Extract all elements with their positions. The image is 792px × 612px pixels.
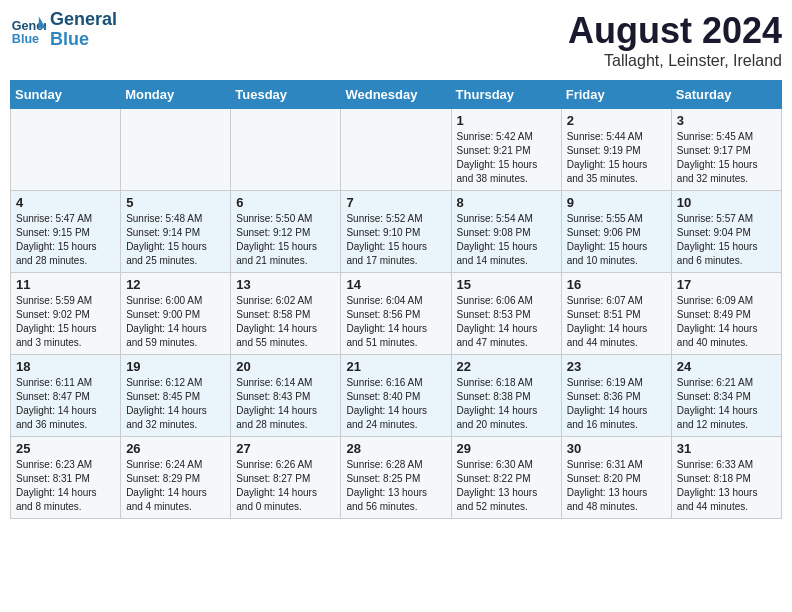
day-content: Sunrise: 6:30 AM Sunset: 8:22 PM Dayligh… (457, 458, 556, 514)
calendar-day-16: 16Sunrise: 6:07 AM Sunset: 8:51 PM Dayli… (561, 273, 671, 355)
day-header-thursday: Thursday (451, 81, 561, 109)
calendar-day-2: 2Sunrise: 5:44 AM Sunset: 9:19 PM Daylig… (561, 109, 671, 191)
calendar-day-10: 10Sunrise: 5:57 AM Sunset: 9:04 PM Dayli… (671, 191, 781, 273)
calendar-day-8: 8Sunrise: 5:54 AM Sunset: 9:08 PM Daylig… (451, 191, 561, 273)
day-number: 6 (236, 195, 335, 210)
day-content: Sunrise: 6:09 AM Sunset: 8:49 PM Dayligh… (677, 294, 776, 350)
day-number: 12 (126, 277, 225, 292)
day-header-monday: Monday (121, 81, 231, 109)
day-number: 30 (567, 441, 666, 456)
calendar-empty-cell (121, 109, 231, 191)
day-number: 23 (567, 359, 666, 374)
calendar-day-22: 22Sunrise: 6:18 AM Sunset: 8:38 PM Dayli… (451, 355, 561, 437)
calendar-day-19: 19Sunrise: 6:12 AM Sunset: 8:45 PM Dayli… (121, 355, 231, 437)
calendar-day-24: 24Sunrise: 6:21 AM Sunset: 8:34 PM Dayli… (671, 355, 781, 437)
day-number: 25 (16, 441, 115, 456)
day-header-tuesday: Tuesday (231, 81, 341, 109)
calendar-day-3: 3Sunrise: 5:45 AM Sunset: 9:17 PM Daylig… (671, 109, 781, 191)
day-content: Sunrise: 6:00 AM Sunset: 9:00 PM Dayligh… (126, 294, 225, 350)
calendar-week-row: 18Sunrise: 6:11 AM Sunset: 8:47 PM Dayli… (11, 355, 782, 437)
day-number: 20 (236, 359, 335, 374)
calendar-day-31: 31Sunrise: 6:33 AM Sunset: 8:18 PM Dayli… (671, 437, 781, 519)
calendar-day-13: 13Sunrise: 6:02 AM Sunset: 8:58 PM Dayli… (231, 273, 341, 355)
calendar-day-11: 11Sunrise: 5:59 AM Sunset: 9:02 PM Dayli… (11, 273, 121, 355)
day-content: Sunrise: 6:21 AM Sunset: 8:34 PM Dayligh… (677, 376, 776, 432)
day-content: Sunrise: 5:57 AM Sunset: 9:04 PM Dayligh… (677, 212, 776, 268)
day-number: 28 (346, 441, 445, 456)
calendar-day-15: 15Sunrise: 6:06 AM Sunset: 8:53 PM Dayli… (451, 273, 561, 355)
day-number: 29 (457, 441, 556, 456)
day-number: 10 (677, 195, 776, 210)
day-number: 22 (457, 359, 556, 374)
day-number: 26 (126, 441, 225, 456)
day-number: 16 (567, 277, 666, 292)
day-number: 14 (346, 277, 445, 292)
calendar-day-25: 25Sunrise: 6:23 AM Sunset: 8:31 PM Dayli… (11, 437, 121, 519)
calendar-day-21: 21Sunrise: 6:16 AM Sunset: 8:40 PM Dayli… (341, 355, 451, 437)
logo-icon: General Blue (10, 12, 46, 48)
calendar-empty-cell (231, 109, 341, 191)
day-content: Sunrise: 6:11 AM Sunset: 8:47 PM Dayligh… (16, 376, 115, 432)
calendar-day-7: 7Sunrise: 5:52 AM Sunset: 9:10 PM Daylig… (341, 191, 451, 273)
day-number: 5 (126, 195, 225, 210)
calendar-table: SundayMondayTuesdayWednesdayThursdayFrid… (10, 80, 782, 519)
calendar-day-23: 23Sunrise: 6:19 AM Sunset: 8:36 PM Dayli… (561, 355, 671, 437)
day-number: 21 (346, 359, 445, 374)
calendar-day-30: 30Sunrise: 6:31 AM Sunset: 8:20 PM Dayli… (561, 437, 671, 519)
day-content: Sunrise: 5:59 AM Sunset: 9:02 PM Dayligh… (16, 294, 115, 350)
day-content: Sunrise: 5:42 AM Sunset: 9:21 PM Dayligh… (457, 130, 556, 186)
calendar-day-4: 4Sunrise: 5:47 AM Sunset: 9:15 PM Daylig… (11, 191, 121, 273)
day-content: Sunrise: 6:04 AM Sunset: 8:56 PM Dayligh… (346, 294, 445, 350)
calendar-day-1: 1Sunrise: 5:42 AM Sunset: 9:21 PM Daylig… (451, 109, 561, 191)
day-content: Sunrise: 5:55 AM Sunset: 9:06 PM Dayligh… (567, 212, 666, 268)
logo: General Blue General Blue (10, 10, 117, 50)
calendar-day-5: 5Sunrise: 5:48 AM Sunset: 9:14 PM Daylig… (121, 191, 231, 273)
location-subtitle: Tallaght, Leinster, Ireland (568, 52, 782, 70)
day-content: Sunrise: 5:52 AM Sunset: 9:10 PM Dayligh… (346, 212, 445, 268)
day-content: Sunrise: 6:23 AM Sunset: 8:31 PM Dayligh… (16, 458, 115, 514)
calendar-day-12: 12Sunrise: 6:00 AM Sunset: 9:00 PM Dayli… (121, 273, 231, 355)
day-content: Sunrise: 5:54 AM Sunset: 9:08 PM Dayligh… (457, 212, 556, 268)
calendar-week-row: 11Sunrise: 5:59 AM Sunset: 9:02 PM Dayli… (11, 273, 782, 355)
day-content: Sunrise: 5:45 AM Sunset: 9:17 PM Dayligh… (677, 130, 776, 186)
day-content: Sunrise: 6:31 AM Sunset: 8:20 PM Dayligh… (567, 458, 666, 514)
calendar-day-28: 28Sunrise: 6:28 AM Sunset: 8:25 PM Dayli… (341, 437, 451, 519)
day-number: 24 (677, 359, 776, 374)
day-number: 15 (457, 277, 556, 292)
calendar-day-17: 17Sunrise: 6:09 AM Sunset: 8:49 PM Dayli… (671, 273, 781, 355)
day-content: Sunrise: 6:26 AM Sunset: 8:27 PM Dayligh… (236, 458, 335, 514)
day-number: 11 (16, 277, 115, 292)
day-number: 17 (677, 277, 776, 292)
day-content: Sunrise: 6:12 AM Sunset: 8:45 PM Dayligh… (126, 376, 225, 432)
day-header-saturday: Saturday (671, 81, 781, 109)
day-header-sunday: Sunday (11, 81, 121, 109)
calendar-day-20: 20Sunrise: 6:14 AM Sunset: 8:43 PM Dayli… (231, 355, 341, 437)
day-header-wednesday: Wednesday (341, 81, 451, 109)
day-number: 4 (16, 195, 115, 210)
day-content: Sunrise: 6:07 AM Sunset: 8:51 PM Dayligh… (567, 294, 666, 350)
calendar-week-row: 4Sunrise: 5:47 AM Sunset: 9:15 PM Daylig… (11, 191, 782, 273)
day-content: Sunrise: 5:48 AM Sunset: 9:14 PM Dayligh… (126, 212, 225, 268)
day-number: 27 (236, 441, 335, 456)
day-content: Sunrise: 6:33 AM Sunset: 8:18 PM Dayligh… (677, 458, 776, 514)
calendar-empty-cell (11, 109, 121, 191)
calendar-header-row: SundayMondayTuesdayWednesdayThursdayFrid… (11, 81, 782, 109)
day-content: Sunrise: 6:19 AM Sunset: 8:36 PM Dayligh… (567, 376, 666, 432)
calendar-day-27: 27Sunrise: 6:26 AM Sunset: 8:27 PM Dayli… (231, 437, 341, 519)
calendar-empty-cell (341, 109, 451, 191)
month-title: August 2024 (568, 10, 782, 52)
logo-general: General (50, 10, 117, 30)
title-block: August 2024 Tallaght, Leinster, Ireland (568, 10, 782, 70)
day-content: Sunrise: 5:47 AM Sunset: 9:15 PM Dayligh… (16, 212, 115, 268)
calendar-week-row: 25Sunrise: 6:23 AM Sunset: 8:31 PM Dayli… (11, 437, 782, 519)
svg-text:Blue: Blue (12, 31, 39, 45)
day-content: Sunrise: 6:02 AM Sunset: 8:58 PM Dayligh… (236, 294, 335, 350)
day-number: 1 (457, 113, 556, 128)
calendar-day-29: 29Sunrise: 6:30 AM Sunset: 8:22 PM Dayli… (451, 437, 561, 519)
calendar-week-row: 1Sunrise: 5:42 AM Sunset: 9:21 PM Daylig… (11, 109, 782, 191)
day-content: Sunrise: 6:24 AM Sunset: 8:29 PM Dayligh… (126, 458, 225, 514)
day-number: 13 (236, 277, 335, 292)
calendar-day-14: 14Sunrise: 6:04 AM Sunset: 8:56 PM Dayli… (341, 273, 451, 355)
day-number: 31 (677, 441, 776, 456)
day-number: 19 (126, 359, 225, 374)
